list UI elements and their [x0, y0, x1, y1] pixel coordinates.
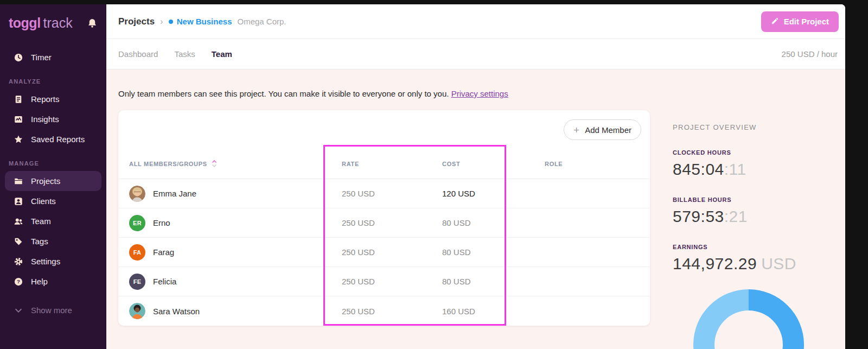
visibility-notice-text: Only team members can see this project. …	[118, 89, 449, 98]
stat-sub: :11	[724, 160, 746, 178]
team-tab-content: Only team members can see this project. …	[106, 69, 845, 349]
member-name: Erno	[153, 218, 170, 227]
sidebar-item-label: Help	[31, 277, 48, 286]
app-window: toggl track Timer ANALYZE Reports	[0, 4, 845, 349]
sidebar-item-insights[interactable]: Insights	[5, 109, 101, 129]
sidebar-show-more[interactable]: Show more	[5, 300, 101, 320]
avatar: FA	[129, 244, 145, 261]
sidebar-item-team[interactable]: Team	[5, 211, 101, 231]
sort-carets-icon[interactable]	[212, 160, 217, 169]
members-table-header: ALL MEMBERS/GROUPS RATE COST ROLE	[118, 149, 650, 179]
tag-icon	[14, 237, 23, 246]
avatar: FE	[129, 274, 145, 290]
sidebar-item-settings[interactable]: Settings	[5, 251, 101, 271]
add-member-button[interactable]: + Add Member	[564, 119, 641, 140]
tab-tasks[interactable]: Tasks	[174, 49, 195, 59]
avatar: ER	[129, 215, 145, 231]
client-badge-icon	[14, 196, 23, 206]
help-icon: ?	[14, 277, 23, 287]
sidebar-item-reports[interactable]: Reports	[5, 89, 101, 109]
insights-icon	[14, 115, 23, 124]
member-rate[interactable]: 250 USD	[323, 307, 442, 316]
logo-row: toggl track	[0, 4, 106, 40]
sidebar-item-clients[interactable]: Clients	[5, 191, 101, 211]
member-cost[interactable]: 120 USD	[442, 189, 545, 198]
avatar	[129, 303, 145, 319]
stat-main: 144,972.29	[673, 255, 757, 272]
donut-hole	[714, 310, 783, 349]
privacy-settings-link[interactable]: Privacy settings	[451, 89, 508, 98]
member-rate[interactable]: 250 USD	[323, 248, 442, 257]
members-card: + Add Member ALL MEMBERS/GROUPS RATE CO	[118, 110, 650, 326]
column-header-members[interactable]: ALL MEMBERS/GROUPS	[118, 160, 323, 169]
sidebar: toggl track Timer ANALYZE Reports	[0, 4, 106, 349]
sidebar-item-label: Timer	[31, 53, 52, 62]
table-row[interactable]: FE Felicia 250 USD 80 USD	[118, 267, 650, 296]
earnings-donut-chart	[693, 289, 804, 349]
sidebar-item-label: Tags	[31, 237, 48, 246]
breadcrumb-client-name: Omega Corp.	[237, 17, 286, 26]
sidebar-item-projects[interactable]: Projects	[5, 171, 101, 191]
sidebar-item-tags[interactable]: Tags	[5, 231, 101, 251]
column-header-cost[interactable]: COST	[442, 161, 545, 167]
member-rate[interactable]: 250 USD	[323, 277, 442, 286]
tab-team[interactable]: Team	[212, 49, 232, 59]
sidebar-section-analyze: ANALYZE	[9, 78, 98, 85]
sidebar-item-saved-reports[interactable]: Saved Reports	[5, 129, 101, 149]
sidebar-item-timer[interactable]: Timer	[5, 47, 101, 67]
member-cost[interactable]: 80 USD	[442, 218, 545, 227]
stat-label: CLOCKED HOURS	[673, 149, 804, 156]
stat-sub: :21	[724, 207, 748, 225]
reports-icon	[14, 94, 23, 104]
stat-main: 845:04	[673, 160, 724, 178]
breadcrumb-separator: ›	[160, 16, 163, 27]
member-name: Emma Jane	[153, 189, 196, 198]
stat-sub: USD	[761, 255, 796, 272]
star-icon	[14, 135, 23, 144]
sidebar-item-label: Team	[31, 217, 51, 226]
toggl-logo: toggl	[9, 15, 41, 31]
sidebar-item-label: Reports	[31, 94, 60, 104]
column-header-role[interactable]: ROLE	[545, 161, 650, 167]
member-cost[interactable]: 160 USD	[442, 307, 545, 316]
add-member-label: Add Member	[585, 125, 631, 135]
table-row[interactable]: Sara Watson 250 USD 160 USD	[118, 296, 650, 326]
breadcrumb-projects[interactable]: Projects	[118, 16, 155, 27]
main-area: Projects › New Business Omega Corp. Edit…	[106, 4, 845, 349]
members-card-toolbar: + Add Member	[118, 110, 650, 149]
member-rate[interactable]: 250 USD	[323, 218, 442, 227]
avatar	[129, 186, 145, 202]
breadcrumb-project-name[interactable]: New Business	[177, 17, 232, 26]
member-cost[interactable]: 80 USD	[442, 277, 545, 286]
table-row[interactable]: FA Farag 250 USD 80 USD	[118, 238, 650, 267]
project-header: Projects › New Business Omega Corp. Edit…	[106, 4, 845, 39]
sidebar-item-label: Clients	[31, 196, 56, 206]
edit-project-label: Edit Project	[784, 17, 829, 26]
stat-label: BILLABLE HOURS	[673, 196, 804, 203]
members-header-label: ALL MEMBERS/GROUPS	[129, 161, 207, 167]
edit-project-button[interactable]: Edit Project	[761, 11, 839, 32]
pencil-icon	[771, 17, 779, 27]
table-row[interactable]: ER Erno 250 USD 80 USD	[118, 208, 650, 238]
member-cost[interactable]: 80 USD	[442, 248, 545, 257]
notifications-bell-icon[interactable]	[87, 18, 98, 29]
chevron-down-icon	[14, 306, 23, 315]
project-rate-note: 250 USD / hour	[782, 49, 838, 59]
table-row[interactable]: Emma Jane 250 USD 120 USD	[118, 179, 650, 208]
stat-billable-hours: BILLABLE HOURS 579:53:21	[673, 196, 804, 226]
member-rate[interactable]: 250 USD	[323, 189, 442, 198]
gear-icon	[14, 257, 23, 266]
project-overview-panel: PROJECT OVERVIEW CLOCKED HOURS 845:04:11…	[673, 98, 804, 349]
tab-dashboard[interactable]: Dashboard	[118, 49, 158, 59]
stat-main: 579:53	[673, 207, 724, 225]
stat-earnings: EARNINGS 144,972.29USD	[673, 244, 804, 273]
sidebar-item-label: Insights	[31, 115, 59, 124]
sidebar-item-help[interactable]: ? Help	[5, 271, 101, 291]
sidebar-item-label: Saved Reports	[31, 135, 85, 144]
stat-clocked-hours: CLOCKED HOURS 845:04:11	[673, 149, 804, 179]
team-people-icon	[14, 217, 23, 226]
member-name: Felicia	[153, 277, 176, 286]
column-header-rate[interactable]: RATE	[323, 161, 442, 167]
plus-icon: +	[573, 125, 579, 135]
visibility-notice: Only team members can see this project. …	[118, 89, 845, 98]
